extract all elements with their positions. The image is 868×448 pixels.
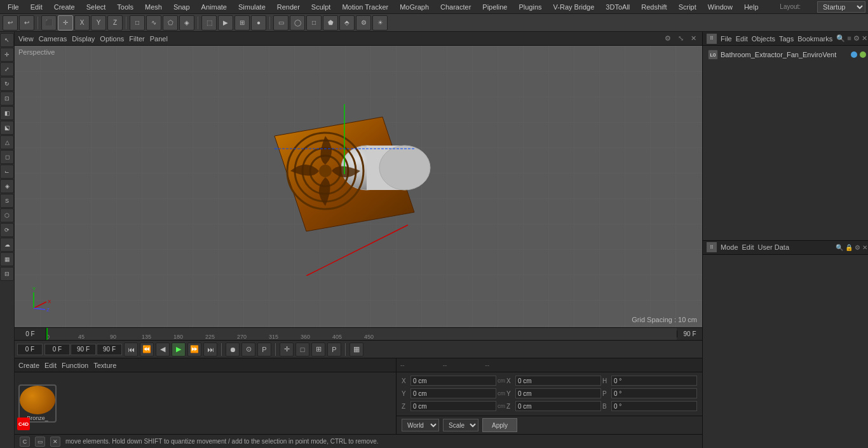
obj-mgr-menu-tags[interactable]: Tags bbox=[779, 35, 794, 43]
attr-menu-edit[interactable]: Edit bbox=[742, 243, 754, 251]
mat-menu-texture[interactable]: Texture bbox=[93, 362, 116, 369]
record-button[interactable]: ⏺ bbox=[226, 343, 240, 356]
viewport-close-icon[interactable]: ✕ bbox=[688, 34, 698, 44]
left-misc3[interactable]: ⬕ bbox=[0, 121, 14, 135]
autokey-button[interactable]: ⊙ bbox=[241, 343, 255, 356]
render-view[interactable]: ▶ bbox=[218, 15, 233, 31]
left-misc6[interactable]: ⌙ bbox=[0, 165, 14, 179]
mat-menu-edit[interactable]: Edit bbox=[44, 362, 57, 369]
play-forward-button[interactable]: ▶ bbox=[172, 343, 186, 356]
left-misc5[interactable]: ◻ bbox=[0, 150, 14, 164]
left-scale-btn[interactable]: ⤢ bbox=[0, 62, 14, 76]
viewport-menu-panel[interactable]: Panel bbox=[150, 35, 168, 43]
sds-btn[interactable]: ⬟ bbox=[323, 15, 338, 31]
timeline-view-button[interactable]: ▦ bbox=[349, 343, 363, 356]
step-forward-button[interactable]: ⏩ bbox=[187, 343, 201, 356]
cube-tool[interactable]: □ bbox=[130, 15, 145, 31]
obj-search-icon[interactable]: 🔍 bbox=[836, 34, 845, 43]
obj-mgr-menu-edit[interactable]: Edit bbox=[736, 35, 748, 43]
attr-close-icon[interactable]: ✕ bbox=[862, 244, 867, 251]
light-btn[interactable]: ☀ bbox=[372, 15, 388, 31]
play-back-button[interactable]: ◀ bbox=[156, 343, 170, 356]
menu-mograph[interactable]: MoGraph bbox=[395, 2, 434, 12]
scale-time-button[interactable]: □ bbox=[295, 343, 309, 356]
object-render-dot[interactable] bbox=[860, 51, 866, 58]
viewport-menu-options[interactable]: Options bbox=[100, 35, 124, 43]
attr-search-icon[interactable]: 🔍 bbox=[836, 244, 843, 251]
left-misc10[interactable]: ⟳ bbox=[0, 223, 14, 237]
menu-snap[interactable]: Snap bbox=[168, 2, 195, 12]
menu-pipeline[interactable]: Pipeline bbox=[477, 2, 512, 12]
menu-simulate[interactable]: Simulate bbox=[233, 2, 271, 12]
menu-mesh[interactable]: Mesh bbox=[140, 2, 167, 12]
instance-tool[interactable]: ◈ bbox=[179, 15, 194, 31]
scale-y-input[interactable] bbox=[515, 388, 601, 398]
menu-file[interactable]: File bbox=[3, 2, 24, 12]
left-rotate-btn[interactable]: ↻ bbox=[0, 77, 14, 91]
coord-x-input[interactable] bbox=[410, 376, 496, 386]
menu-edit[interactable]: Edit bbox=[25, 2, 48, 12]
deformer-btn[interactable]: ⬘ bbox=[339, 15, 355, 31]
snap-button[interactable]: ✛ bbox=[280, 343, 294, 356]
viewport-menu-view[interactable]: View bbox=[18, 35, 34, 43]
undo-button[interactable]: ↩ bbox=[3, 15, 18, 31]
rotate-z-button[interactable]: Z bbox=[107, 15, 123, 31]
menu-motion-tracker[interactable]: Motion Tracker bbox=[337, 2, 393, 12]
left-move-btn[interactable]: ✛ bbox=[0, 48, 14, 62]
transport-start-input[interactable] bbox=[17, 344, 43, 355]
material-swatch-bronze[interactable]: Bronze_ bbox=[18, 384, 57, 423]
rotate-x-button[interactable]: X bbox=[74, 15, 90, 31]
keyframe-button[interactable]: P bbox=[257, 343, 271, 356]
timeline-ruler[interactable]: 0 45 90 135 180 225 270 315 360 405 450 bbox=[46, 328, 677, 340]
go-to-end-button[interactable]: ⏭ bbox=[203, 343, 217, 356]
rot-h-input[interactable] bbox=[611, 376, 697, 386]
viewport-menu-display[interactable]: Display bbox=[72, 35, 95, 43]
select-tool-button[interactable]: ⬛ bbox=[41, 15, 57, 31]
scale-z-input[interactable] bbox=[515, 401, 601, 411]
left-misc9[interactable]: ⬡ bbox=[0, 208, 14, 222]
left-misc11[interactable]: ☁ bbox=[0, 238, 14, 252]
menu-tools[interactable]: Tools bbox=[112, 2, 139, 12]
menu-script[interactable]: Script bbox=[674, 2, 702, 12]
attr-menu-mode[interactable]: Mode bbox=[721, 243, 738, 251]
move-time-button[interactable]: ⊞ bbox=[311, 343, 325, 356]
move-tool-button[interactable]: ✛ bbox=[58, 15, 73, 31]
menu-character[interactable]: Character bbox=[435, 2, 476, 12]
mat-menu-function[interactable]: Function bbox=[62, 362, 88, 369]
curve-tool[interactable]: ∿ bbox=[146, 15, 161, 31]
transport-frame2-input[interactable] bbox=[71, 344, 96, 355]
step-back-button[interactable]: ⏪ bbox=[140, 343, 154, 356]
floor-btn[interactable]: ▭ bbox=[273, 15, 288, 31]
timeline-playhead[interactable] bbox=[46, 328, 48, 340]
left-select-btn[interactable]: ↖ bbox=[0, 33, 14, 47]
left-misc7[interactable]: ◈ bbox=[0, 179, 14, 193]
go-to-start-button[interactable]: ⏮ bbox=[124, 343, 138, 356]
menu-3dtoall[interactable]: 3DToAll bbox=[600, 2, 635, 12]
left-misc13[interactable]: ⊟ bbox=[0, 267, 14, 281]
obj-mgr-menu-objects[interactable]: Objects bbox=[752, 35, 775, 43]
scale-dropdown[interactable]: Scale Size bbox=[443, 419, 478, 431]
coord-z-input[interactable] bbox=[410, 401, 496, 411]
redo-button[interactable]: ↩ bbox=[19, 15, 34, 31]
world-space-dropdown[interactable]: World Object bbox=[402, 419, 439, 431]
viewport-settings-icon[interactable]: ⚙ bbox=[663, 34, 673, 44]
obj-mgr-menu-file[interactable]: File bbox=[721, 35, 732, 43]
obj-close-icon[interactable]: ✕ bbox=[862, 34, 867, 43]
viewport-maximize-icon[interactable]: ⤡ bbox=[675, 34, 686, 44]
menu-animate[interactable]: Animate bbox=[196, 2, 232, 12]
menu-render[interactable]: Render bbox=[272, 2, 305, 12]
cam-btn[interactable]: □ bbox=[306, 15, 322, 31]
viewport-menu-cameras[interactable]: Cameras bbox=[39, 35, 67, 43]
rot-p-input[interactable] bbox=[611, 388, 697, 398]
left-misc12[interactable]: ▦ bbox=[0, 252, 14, 266]
obj-mgr-menu-bookmarks[interactable]: Bookmarks bbox=[797, 35, 832, 43]
coord-y-input[interactable] bbox=[410, 388, 496, 398]
record-btn[interactable]: ● bbox=[251, 15, 266, 31]
left-misc4[interactable]: △ bbox=[0, 135, 14, 149]
object-row-fan[interactable]: L0 Bathroom_Extractor_Fan_EnviroVent bbox=[705, 48, 868, 61]
obj-settings-icon[interactable]: ⚙ bbox=[853, 34, 860, 43]
menu-create[interactable]: Create bbox=[49, 2, 80, 12]
menu-select[interactable]: Select bbox=[81, 2, 111, 12]
menu-vray[interactable]: V-Ray Bridge bbox=[548, 2, 600, 12]
polygon-tool[interactable]: ⬠ bbox=[163, 15, 178, 31]
